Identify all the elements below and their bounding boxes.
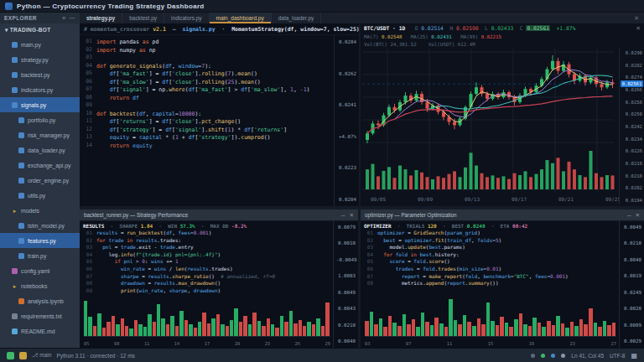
bar bbox=[189, 324, 192, 336]
code-editor-top[interactable]: # momentum_crossover v2.1 — signals.py ·… bbox=[80, 23, 359, 206]
tree-item[interactable]: utils.py bbox=[0, 188, 80, 203]
minimize-icon[interactable]: ─ bbox=[627, 212, 631, 218]
tree-item[interactable]: ▸models bbox=[0, 203, 80, 218]
price-label: 0.0290 bbox=[621, 50, 642, 55]
notifications-icon[interactable] bbox=[551, 354, 555, 358]
tree-root[interactable]: ▾ TRADING-BOT bbox=[0, 23, 80, 37]
tree-item[interactable]: indicators.py bbox=[0, 82, 80, 97]
online-icon[interactable] bbox=[541, 354, 545, 358]
close-icon[interactable]: ✕ bbox=[636, 212, 640, 219]
bar bbox=[121, 318, 124, 336]
doc-line: # momentum_crossover v2.1 — signals.py ·… bbox=[80, 23, 359, 35]
tree-item-label: config.yaml bbox=[21, 268, 49, 274]
tree-item[interactable]: analysis.ipynb bbox=[0, 293, 80, 308]
window-title: Python — Cryptocurrency Trading Strategy… bbox=[17, 3, 204, 10]
tree-item[interactable]: main.py bbox=[0, 37, 80, 52]
panel-left-header[interactable]: backtest_runner.py — Strategy Performanc… bbox=[80, 209, 358, 221]
tree-item[interactable]: features.py bbox=[0, 233, 80, 248]
file-tree: ▾ TRADING-BOT main.pystrategy.pybacktest… bbox=[0, 23, 80, 348]
code-line: 02 best = optimizer.fit(train_df, folds=… bbox=[361, 237, 620, 245]
encoding-label[interactable]: UTF-8 bbox=[610, 353, 625, 359]
time-axis-label: 09/21 bbox=[558, 196, 574, 202]
bar bbox=[491, 321, 495, 336]
bar bbox=[388, 316, 392, 336]
tree-item[interactable]: ▸notebooks bbox=[0, 278, 80, 293]
bar bbox=[434, 318, 439, 336]
tree-item[interactable]: train.py bbox=[0, 248, 80, 263]
sync-status-icon[interactable] bbox=[19, 352, 27, 359]
tree-item[interactable]: strategy.py bbox=[0, 52, 80, 67]
tabbar-close-icon[interactable]: ✕ bbox=[629, 13, 644, 23]
bar bbox=[565, 328, 569, 336]
x-axis-label: 19 bbox=[529, 341, 535, 346]
bar bbox=[198, 322, 201, 336]
layout-grid-icon[interactable]: ▦ bbox=[631, 352, 637, 359]
value-cell: 0.0249 bbox=[622, 290, 641, 295]
tree-item[interactable]: order_engine.py bbox=[0, 173, 80, 188]
tree-item[interactable]: data_loader.py bbox=[0, 142, 80, 158]
tree-item[interactable]: backtest.py bbox=[0, 67, 80, 82]
tree-item[interactable]: signals.py bbox=[0, 97, 80, 112]
bar bbox=[594, 323, 598, 336]
code-line: 03 pnl = trade.exit - trade.entry bbox=[80, 244, 334, 251]
bar bbox=[112, 316, 115, 336]
tab[interactable]: indicators.py bbox=[164, 13, 210, 23]
value-cell: 0.0040 bbox=[336, 339, 356, 344]
tab[interactable]: data_loader.py bbox=[272, 13, 322, 23]
tree-item[interactable]: risk_manager.py bbox=[0, 127, 80, 142]
bar bbox=[496, 325, 500, 336]
bar bbox=[472, 326, 476, 336]
folder-file-icon: ▸ bbox=[12, 283, 18, 289]
py-file-icon bbox=[18, 253, 24, 259]
bar bbox=[275, 328, 278, 336]
minimize-icon[interactable]: ─ bbox=[341, 212, 345, 218]
py-file-icon bbox=[18, 117, 24, 123]
tab[interactable]: main_dashboard.py bbox=[210, 13, 272, 23]
tree-item[interactable]: exchange_api.py bbox=[0, 158, 80, 173]
bar bbox=[463, 315, 467, 336]
tree-item-label: data_loader.py bbox=[28, 147, 65, 153]
bell-icon[interactable] bbox=[561, 354, 565, 358]
bar bbox=[444, 327, 449, 336]
code-line: 07 sharpe = results.sharpe_ratio() # ann… bbox=[80, 273, 334, 281]
value-cell: 0.0049 bbox=[336, 290, 356, 295]
bar bbox=[299, 320, 302, 336]
bar bbox=[252, 313, 256, 336]
more-icon[interactable]: ⋯ bbox=[70, 15, 75, 22]
py-file-icon bbox=[12, 42, 18, 48]
chart-close-icon[interactable]: ✕ bbox=[636, 25, 641, 32]
tree-item[interactable]: portfolio.py bbox=[0, 112, 80, 127]
tree-item[interactable]: lstm_model.py bbox=[0, 218, 80, 233]
cursor-position[interactable]: Ln 41, Col 45 bbox=[571, 353, 604, 359]
bar bbox=[234, 308, 237, 336]
run-status-icon[interactable] bbox=[7, 352, 14, 359]
explorer-header: EXPLORER « ⋯ bbox=[0, 13, 80, 23]
x-axis-labels-left: 050811141720232629 bbox=[84, 341, 330, 346]
bar bbox=[500, 317, 504, 336]
remote-icon[interactable] bbox=[531, 354, 535, 358]
tree-item[interactable]: requirements.txt bbox=[0, 308, 80, 323]
explorer-header-label: EXPLORER bbox=[4, 15, 37, 21]
status-text: Python 3.11 · connected · 12 ms bbox=[56, 353, 134, 359]
tree-item[interactable]: config.yaml bbox=[0, 263, 80, 278]
bar bbox=[280, 316, 283, 336]
tab[interactable]: strategy.py bbox=[80, 13, 122, 23]
close-icon[interactable]: ✕ bbox=[350, 212, 354, 219]
bar bbox=[267, 318, 270, 336]
bar bbox=[321, 326, 325, 336]
collapse-icon[interactable]: « bbox=[62, 15, 65, 22]
value-cell: 0.0284 bbox=[337, 39, 356, 44]
price-label: 0.0282 bbox=[621, 63, 642, 68]
md-file-icon bbox=[12, 328, 18, 334]
candlestick-chart[interactable]: 09/0509/0909/1309/1709/2109/25 bbox=[362, 49, 619, 206]
panel-right-header[interactable]: optimizer.py — Parameter Optimization ─ … bbox=[361, 209, 644, 221]
branch-label[interactable]: ⎇ main bbox=[32, 352, 51, 359]
tab[interactable]: backtest.py bbox=[122, 13, 164, 23]
code-line: 09 bbox=[80, 101, 333, 110]
price-label: 0.0226 bbox=[621, 148, 642, 153]
bar bbox=[125, 326, 128, 336]
tree-item-label: main.py bbox=[21, 42, 41, 48]
tree-item[interactable]: README.md bbox=[0, 323, 80, 339]
x-axis-label: 11 bbox=[144, 341, 150, 346]
x-axis-label: 14 bbox=[174, 341, 180, 346]
